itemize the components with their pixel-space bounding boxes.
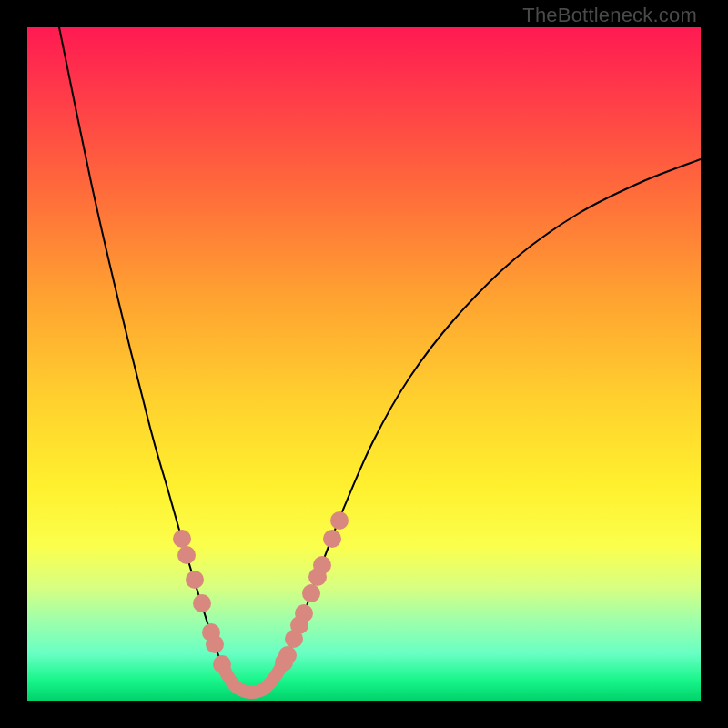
- curve-svg: [27, 27, 701, 701]
- bead-marker: [278, 646, 297, 664]
- bottleneck-curve: [59, 27, 701, 693]
- bead-marker: [330, 511, 349, 530]
- bead-marker: [173, 530, 191, 548]
- plot-area: [27, 27, 701, 701]
- bead-cluster-right: [275, 511, 349, 672]
- bead-marker: [193, 594, 211, 612]
- bead-marker: [323, 530, 341, 548]
- watermark-text: TheBottleneck.com: [522, 4, 697, 27]
- bead-marker: [213, 655, 231, 673]
- bead-marker: [313, 556, 331, 574]
- bead-marker: [186, 571, 204, 589]
- bead-arc-bottom: [224, 665, 282, 693]
- bead-cluster-left: [173, 530, 231, 673]
- bead-marker: [206, 635, 224, 653]
- bead-marker: [295, 604, 313, 622]
- chart-frame: TheBottleneck.com: [0, 0, 728, 728]
- bead-marker: [177, 546, 196, 564]
- bead-marker: [302, 584, 320, 602]
